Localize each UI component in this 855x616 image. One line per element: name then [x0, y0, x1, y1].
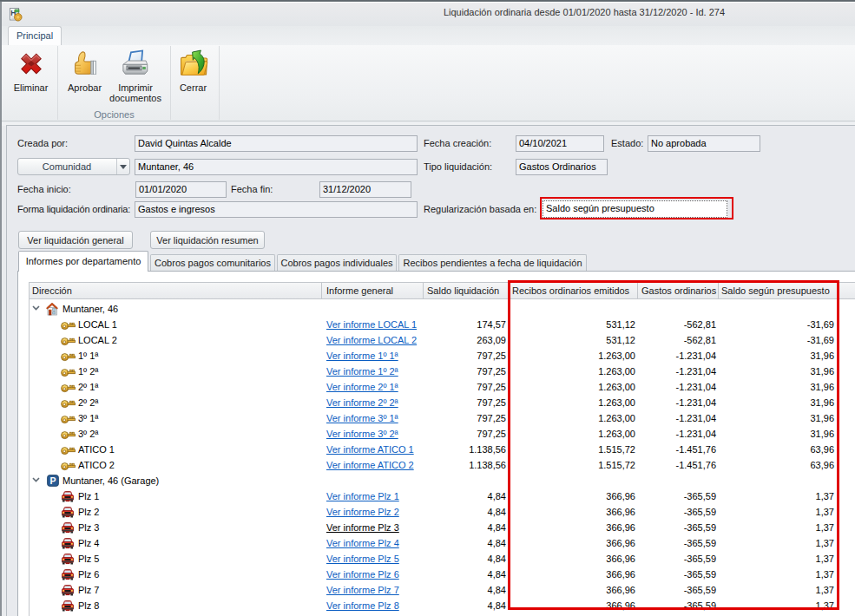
- svg-text:P: P: [49, 475, 56, 486]
